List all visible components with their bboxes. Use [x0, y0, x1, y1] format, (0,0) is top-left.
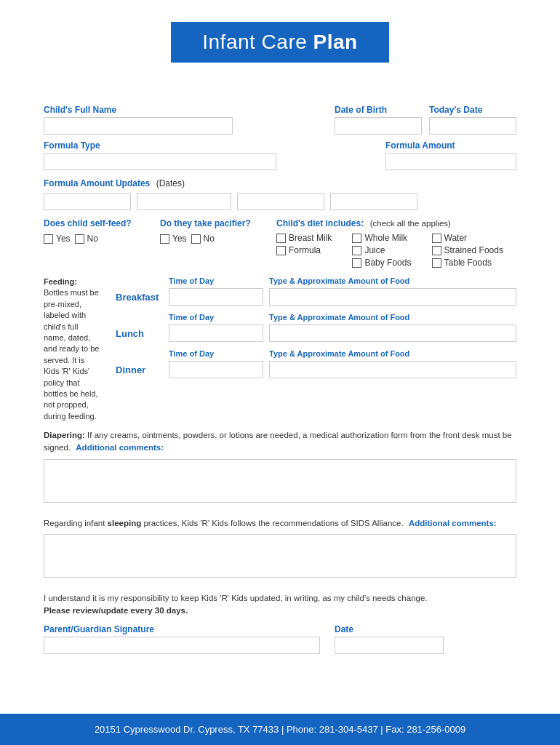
pacifier-col: Do they take pacifier? Yes No	[160, 216, 276, 244]
sleeping-comments-input[interactable]	[44, 534, 516, 578]
todays-date-label: Today's Date	[429, 105, 516, 115]
lunch-time-input[interactable]	[169, 324, 263, 342]
lunch-input-row: Lunch	[116, 324, 516, 342]
footer-bar: 20151 Cypresswood Dr. Cypress, TX 77433 …	[0, 714, 560, 745]
diet-water[interactable]: Water	[432, 233, 516, 243]
self-feed-col: Does child self-feed? Yes No	[44, 216, 160, 244]
breakfast-food-label: Type & Approximate Amount of Food	[269, 276, 409, 285]
dinner-section: Time of Day Type & Approximate Amount of…	[116, 346, 516, 378]
lunch-section: Time of Day Type & Approximate Amount of…	[116, 310, 516, 342]
diet-strained-foods[interactable]: Strained Foods	[432, 245, 516, 255]
self-feed-yes[interactable]: Yes	[44, 234, 71, 244]
dinner-time-input[interactable]	[169, 361, 263, 378]
pacifier-yes-checkbox[interactable]	[160, 234, 169, 244]
sig-date-label: Date	[335, 624, 444, 634]
self-feed-checkboxes: Yes No	[44, 234, 160, 244]
formula-date-2[interactable]	[137, 193, 231, 210]
responsibility-text: I understand it is my responsibility to …	[44, 592, 516, 618]
sig-date-col: Date	[335, 624, 444, 654]
diapering-comments-input[interactable]	[44, 459, 516, 503]
diet-suffix: (check all the applies)	[370, 219, 451, 228]
sleeping-additional-label: Additional comments:	[409, 519, 497, 527]
breakfast-input-row: Breakfast	[116, 288, 516, 306]
lunch-food-label: Type & Approximate Amount of Food	[269, 313, 409, 322]
sleeping-section: Regarding infant sleeping practices, Kid…	[44, 517, 516, 588]
diet-breast-milk[interactable]: Breast Milk	[276, 233, 345, 243]
diet-baby-foods-checkbox[interactable]	[352, 258, 361, 268]
diapering-additional-label: Additional comments:	[76, 443, 164, 452]
signature-row: Parent/Guardian Signature Date	[44, 624, 516, 654]
signature-col: Parent/Guardian Signature	[44, 624, 320, 654]
formula-date-1[interactable]	[44, 193, 131, 210]
lunch-labels-row: Time of Day Type & Approximate Amount of…	[116, 310, 516, 323]
meal-entries-col: Time of Day Type & Approximate Amount of…	[116, 274, 516, 380]
diet-juice-checkbox[interactable]	[352, 246, 361, 255]
page-title: Infant Care Plan	[202, 31, 357, 54]
pacifier-yes[interactable]: Yes	[160, 234, 187, 244]
breakfast-section: Time of Day Type & Approximate Amount of…	[116, 274, 516, 306]
pacifier-no[interactable]: No	[191, 234, 215, 244]
signature-input[interactable]	[44, 637, 320, 654]
diet-juice[interactable]: Juice	[352, 245, 424, 255]
pacifier-no-checkbox[interactable]	[191, 234, 201, 244]
feeding-note: Feeding: Bottles must be pre-mixed, labe…	[44, 276, 101, 422]
dinner-input-row: Dinner	[116, 361, 516, 378]
lunch-food-input[interactable]	[269, 324, 516, 342]
dinner-food-input[interactable]	[269, 361, 516, 378]
feeding-note-col: Feeding: Bottles must be pre-mixed, labe…	[44, 274, 101, 422]
diet-formula[interactable]: Formula	[276, 245, 345, 255]
formula-updates-suffix: (Dates)	[156, 178, 185, 188]
self-feed-no-checkbox[interactable]	[75, 234, 84, 244]
feeding-section: Feeding: Bottles must be pre-mixed, labe…	[44, 274, 516, 422]
dinner-time-label: Time of Day	[169, 349, 214, 358]
diet-formula-checkbox[interactable]	[276, 246, 286, 255]
formula-updates-section: Formula Amount Updates (Dates)	[44, 176, 516, 210]
breakfast-time-label: Time of Day	[169, 276, 214, 285]
sleeping-note: Regarding infant sleeping practices, Kid…	[44, 517, 516, 530]
formula-amount-label: Formula Amount	[385, 140, 516, 151]
dob-input[interactable]	[335, 117, 422, 135]
formula-updates-label: Formula Amount Updates	[44, 178, 150, 188]
sig-date-input[interactable]	[335, 637, 444, 654]
diet-checkboxes: Breast Milk Whole Milk Water Formula Jui…	[276, 233, 516, 268]
diapering-note: Diapering: If any creams, ointments, pow…	[44, 429, 516, 455]
diet-label: Child's diet includes:	[276, 218, 364, 228]
breakfast-food-input[interactable]	[269, 288, 516, 306]
self-feed-diet-row: Does child self-feed? Yes No Do they tak…	[44, 216, 516, 268]
self-feed-no[interactable]: No	[75, 234, 98, 244]
dob-label: Date of Birth	[335, 105, 422, 115]
formula-date-3[interactable]	[237, 193, 324, 210]
footer-address: 20151 Cypresswood Dr. Cypress, TX 77433 …	[95, 724, 465, 735]
formula-row: Formula Type Formula Amount	[44, 140, 516, 170]
diet-whole-milk-checkbox[interactable]	[352, 234, 361, 243]
diet-table-foods[interactable]: Table Foods	[432, 258, 516, 268]
diet-strained-foods-checkbox[interactable]	[432, 246, 441, 255]
name-dob-row: Child's Full Name Date of Birth Today's …	[44, 105, 516, 135]
formula-amount-input[interactable]	[385, 153, 516, 170]
pacifier-label: Do they take pacifier?	[160, 218, 251, 228]
formula-dates-row	[44, 193, 516, 210]
diet-water-checkbox[interactable]	[432, 234, 441, 243]
child-name-label: Child's Full Name	[44, 105, 233, 115]
diet-baby-foods[interactable]: Baby Foods	[352, 258, 424, 268]
formula-date-4[interactable]	[330, 193, 417, 210]
responsibility-section: I understand it is my responsibility to …	[44, 592, 516, 618]
breakfast-label: Breakfast	[116, 292, 159, 303]
dinner-food-label: Type & Approximate Amount of Food	[269, 349, 409, 358]
child-name-input[interactable]	[44, 117, 233, 135]
breakfast-labels-row: Time of Day Type & Approximate Amount of…	[116, 274, 516, 287]
breakfast-time-input[interactable]	[169, 288, 263, 306]
diet-whole-milk[interactable]: Whole Milk	[352, 233, 424, 243]
pacifier-checkboxes: Yes No	[160, 234, 276, 244]
diet-breast-milk-checkbox[interactable]	[276, 234, 286, 243]
self-feed-yes-checkbox[interactable]	[44, 234, 53, 244]
lunch-time-label: Time of Day	[169, 313, 214, 322]
header-banner: Infant Care Plan	[171, 22, 389, 63]
self-feed-label: Does child self-feed?	[44, 218, 132, 228]
formula-type-input[interactable]	[44, 153, 276, 170]
diet-table-foods-checkbox[interactable]	[432, 258, 441, 268]
signature-label: Parent/Guardian Signature	[44, 624, 320, 634]
todays-date-input[interactable]	[429, 117, 516, 135]
diet-col: Child's diet includes: (check all the ap…	[276, 216, 516, 268]
formula-type-label: Formula Type	[44, 140, 276, 151]
